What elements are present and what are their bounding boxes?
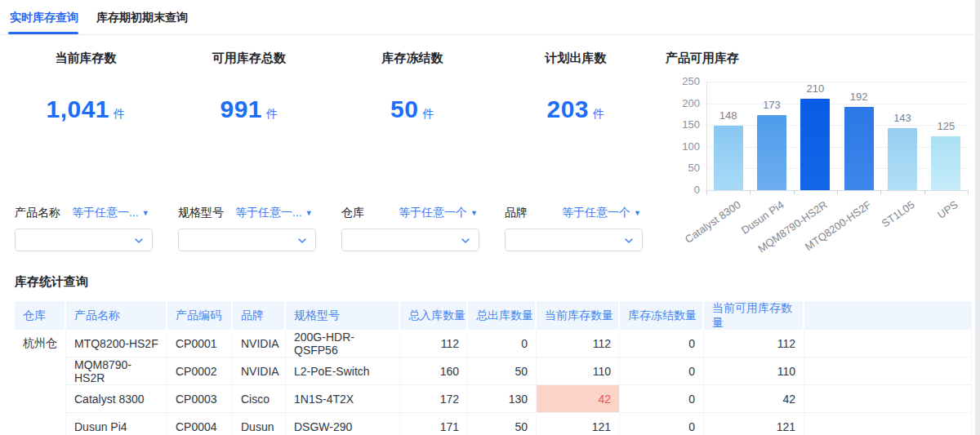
caret-down-icon: ▼ xyxy=(634,209,641,217)
table-section-title: 库存统计查询 xyxy=(15,274,88,290)
bar xyxy=(931,136,960,191)
cell-warehouse xyxy=(15,385,66,413)
x-axis-tick xyxy=(924,191,925,194)
x-axis-tick xyxy=(706,191,707,194)
x-axis-tick xyxy=(968,191,969,194)
filter-label: 品牌 xyxy=(505,206,562,220)
kpi-current-stock: 当前库存数 1,041件 xyxy=(8,51,163,123)
kpi-frozen-stock: 库存冻结数 50件 xyxy=(335,51,490,123)
table-cell: CP0001 xyxy=(167,330,233,357)
table-cell: 112 xyxy=(400,330,468,357)
chevron-down-icon xyxy=(461,236,470,246)
brand-select[interactable] xyxy=(505,229,643,251)
table-row: MQM8790-HS2RCP0002NVIDIAL2-PoE-Switch160… xyxy=(15,357,972,385)
filter-warehouse: 仓库 等于任意一个▼ xyxy=(341,204,479,251)
kpi-available-stock: 可用库存总数 991件 xyxy=(172,51,327,123)
bar xyxy=(757,115,786,190)
table-cell: Catalyst 8300 xyxy=(66,385,167,413)
table-cell: 121 xyxy=(537,413,620,435)
y-axis-label: 100 xyxy=(667,140,700,153)
bar-value-label: 192 xyxy=(837,91,880,103)
table-cell: NVIDIA xyxy=(233,357,286,385)
x-axis-tick xyxy=(750,191,751,194)
bar-value-label: 210 xyxy=(794,82,837,95)
col-header-current-stock: 当前库存数量 xyxy=(537,301,620,330)
filter-label: 产品名称 xyxy=(15,206,72,220)
spec-model-select[interactable] xyxy=(178,229,316,251)
kpi-unit: 件 xyxy=(114,107,126,120)
col-header-available-stock: 当前可用库存数量 xyxy=(704,301,804,330)
x-axis-label: ST1L05 xyxy=(880,198,917,229)
col-header-product-name: 产品名称 xyxy=(66,301,167,330)
product-available-stock-chart: 产品可用库存 050100150200250148Catalyst 830017… xyxy=(666,47,980,268)
inventory-stats-table: 仓库 产品名称 产品编码 品牌 规格型号 总入库数量 总出库数量 当前库存数量 … xyxy=(15,301,972,435)
x-axis-tick xyxy=(837,191,838,194)
filter-label: 规格型号 xyxy=(178,206,235,220)
warehouse-select[interactable] xyxy=(341,229,479,251)
bar-value-label: 148 xyxy=(706,109,750,122)
bar xyxy=(714,126,743,190)
chevron-down-icon xyxy=(297,236,307,246)
table-body: 杭州仓MTQ8200-HS2FCP0001NVIDIA200G-HDR-QSFP… xyxy=(15,330,972,435)
table-cell: CP0004 xyxy=(167,413,233,435)
y-gridline xyxy=(706,104,968,104)
table-cell: 110 xyxy=(704,357,804,385)
caret-down-icon: ▼ xyxy=(142,209,149,217)
y-gridline xyxy=(706,147,968,148)
table-cell: MTQ8200-HS2F xyxy=(66,330,167,357)
col-header-brand: 品牌 xyxy=(233,301,286,330)
table-cell: 0 xyxy=(468,330,537,357)
cell-filler xyxy=(804,385,972,413)
bar-value-label: 125 xyxy=(924,120,968,132)
table-cell: 1N1S-4T2X xyxy=(286,385,400,413)
y-axis-label: 50 xyxy=(667,162,700,174)
chart-title: 产品可用库存 xyxy=(666,51,739,66)
table-cell: 0 xyxy=(620,330,704,357)
table-header-row: 仓库 产品名称 产品编码 品牌 规格型号 总入库数量 总出库数量 当前库存数量 … xyxy=(15,301,972,330)
caret-down-icon: ▼ xyxy=(305,209,313,217)
y-axis-label: 0 xyxy=(667,184,700,196)
kpi-planned-outbound: 计划出库数 203件 xyxy=(498,51,653,123)
table-cell: 0 xyxy=(620,413,704,435)
cell-filler xyxy=(804,330,972,357)
product-name-select[interactable] xyxy=(15,229,153,251)
table-cell: 130 xyxy=(468,385,537,413)
filter-operator[interactable]: 等于任意一个▼ xyxy=(562,206,641,220)
tab-realtime-inventory[interactable]: 实时库存查询 xyxy=(10,0,78,34)
x-axis-tick xyxy=(880,191,881,194)
filter-operator[interactable]: 等于任意一...▼ xyxy=(235,206,313,220)
x-axis-tick xyxy=(794,191,795,194)
table-cell: 200G-HDR-QSFP56 xyxy=(286,330,400,357)
table-cell: CP0003 xyxy=(167,385,233,413)
kpi-value: 203件 xyxy=(498,95,653,123)
bar xyxy=(800,99,830,190)
table-cell: NVIDIA xyxy=(233,330,286,357)
table-cell: Dusun xyxy=(233,413,286,435)
col-header-warehouse: 仓库 xyxy=(15,301,66,330)
kpi-label: 计划出库数 xyxy=(498,51,653,66)
table-row: Catalyst 8300CP0003Cisco1N1S-4T2X1721304… xyxy=(15,385,972,413)
kpi-value: 50件 xyxy=(335,95,490,123)
table-cell: 121 xyxy=(704,413,804,435)
table-cell: Dusun Pi4 xyxy=(66,413,167,435)
filter-brand: 品牌 等于任意一个▼ xyxy=(505,204,643,251)
chevron-down-icon xyxy=(624,236,634,246)
table-cell: DSGW-290 xyxy=(286,413,400,435)
tab-period-inventory[interactable]: 库存期初期末查询 xyxy=(96,0,188,34)
cell-warehouse xyxy=(15,357,66,385)
table-cell: 0 xyxy=(620,385,704,413)
tab-bar: 实时库存查询 库存期初期末查询 xyxy=(0,0,980,35)
filter-operator[interactable]: 等于任意一个▼ xyxy=(399,206,478,220)
table-cell: 0 xyxy=(620,357,704,385)
filter-product-name: 产品名称 等于任意一...▼ xyxy=(15,204,153,251)
bar-value-label: 173 xyxy=(750,99,793,111)
vertical-scrollbar[interactable] xyxy=(975,0,980,435)
col-header-product-code: 产品编码 xyxy=(167,301,233,330)
table-row: Dusun Pi4CP0004DusunDSGW-290171501210121 xyxy=(15,413,972,435)
caret-down-icon: ▼ xyxy=(470,209,478,217)
filter-operator[interactable]: 等于任意一...▼ xyxy=(72,206,149,220)
kpi-value: 991件 xyxy=(172,95,327,123)
table-cell: 50 xyxy=(468,413,537,435)
cell-filler xyxy=(804,357,972,385)
table-cell: CP0002 xyxy=(167,357,233,385)
